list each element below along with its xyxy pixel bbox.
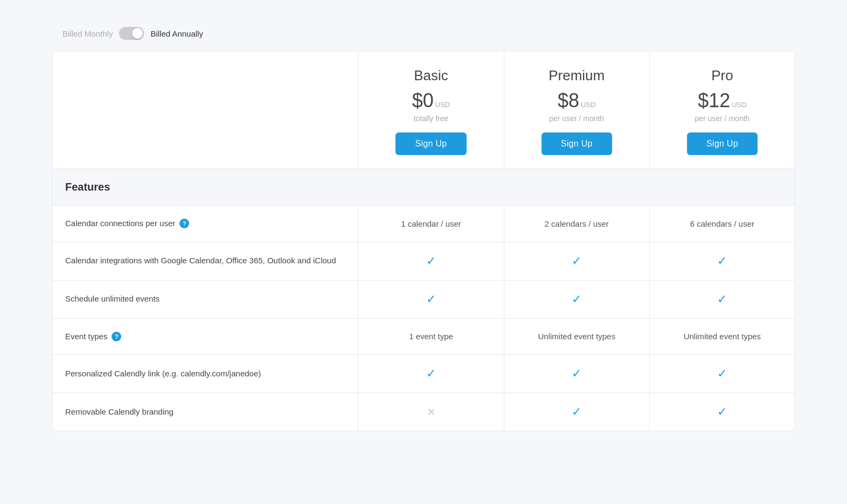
signup-button-pro[interactable]: Sign Up xyxy=(687,132,758,155)
feature-name-text: Calendar connections per user xyxy=(65,218,175,230)
billed-annually-label: Billed Annually xyxy=(150,29,203,38)
feature-row: Personalized Calendly link (e.g. calendl… xyxy=(52,354,795,393)
feature-row: Calendar connections per user?1 calendar… xyxy=(52,205,795,242)
feature-row: Event types?1 event typeUnlimited event … xyxy=(52,318,795,355)
signup-button-premium[interactable]: Sign Up xyxy=(541,132,612,155)
plan-price-row-pro: $12 USD xyxy=(661,89,784,112)
plan-currency-pro: USD xyxy=(732,101,746,109)
feature-value-basic: ✕ xyxy=(358,393,503,431)
plan-price-row-basic: $0 USD xyxy=(369,89,492,112)
checkmark-icon: ✓ xyxy=(572,405,581,419)
plan-name-basic: Basic xyxy=(369,67,492,84)
feature-value-pro: 6 calendars / user xyxy=(649,206,795,242)
feature-value-premium: 2 calendars / user xyxy=(504,206,649,242)
feature-value-text: 1 calendar / user xyxy=(401,219,461,228)
help-icon[interactable]: ? xyxy=(179,219,189,228)
feature-value-text: 2 calendars / user xyxy=(545,219,609,228)
signup-button-basic[interactable]: Sign Up xyxy=(395,132,466,155)
features-header: Features xyxy=(52,169,795,205)
feature-row: Calendar integrations with Google Calend… xyxy=(52,242,795,280)
plan-price-basic: $0 xyxy=(412,89,434,112)
feature-name-text: Calendar integrations with Google Calend… xyxy=(65,255,336,267)
feature-name-text: Schedule unlimited events xyxy=(65,293,159,305)
features-title: Features xyxy=(65,181,110,193)
checkmark-icon: ✓ xyxy=(426,254,436,268)
feature-value-text: 1 event type xyxy=(409,332,453,341)
feature-value-premium: ✓ xyxy=(504,393,649,431)
feature-name-cell: Personalized Calendly link (e.g. calendl… xyxy=(52,355,358,393)
plan-price-pro: $12 xyxy=(698,89,730,112)
plan-currency-premium: USD xyxy=(581,101,595,109)
feature-value-basic: 1 calendar / user xyxy=(358,206,503,242)
feature-value-basic: 1 event type xyxy=(358,319,503,355)
plan-desc-pro: per user / month xyxy=(661,114,784,123)
billed-monthly-label: Billed Monthly xyxy=(63,29,113,38)
feature-value-text: Unlimited event types xyxy=(684,332,761,341)
checkmark-icon: ✓ xyxy=(717,367,727,381)
plan-price-row-premium: $8 USD xyxy=(515,89,638,112)
checkmark-icon: ✓ xyxy=(426,367,436,381)
feature-name-cell: Schedule unlimited events xyxy=(52,281,358,318)
feature-row: Schedule unlimited events✓✓✓ xyxy=(52,280,795,318)
feature-value-pro: ✓ xyxy=(649,281,795,318)
checkmark-icon: ✓ xyxy=(572,292,581,306)
feature-name-text: Removable Calendly branding xyxy=(65,406,173,418)
feature-value-premium: ✓ xyxy=(504,355,649,393)
feature-name-text: Personalized Calendly link (e.g. calendl… xyxy=(65,368,261,380)
checkmark-icon: ✓ xyxy=(717,405,727,419)
plan-price-premium: $8 xyxy=(558,89,579,112)
plan-header-basic: Basic $0 USD totally free Sign Up xyxy=(358,51,503,169)
checkmark-icon: ✓ xyxy=(717,254,727,268)
plan-desc-basic: totally free xyxy=(369,114,492,123)
plan-header-premium: Premium $8 USD per user / month Sign Up xyxy=(504,51,649,169)
plans-header: Basic $0 USD totally free Sign Up Premiu… xyxy=(52,51,795,169)
plan-name-pro: Pro xyxy=(661,67,784,84)
feature-value-premium: Unlimited event types xyxy=(504,319,649,355)
feature-value-premium: ✓ xyxy=(504,281,649,318)
feature-value-basic: ✓ xyxy=(358,281,503,318)
features-section: Features xyxy=(52,169,795,205)
feature-value-basic: ✓ xyxy=(358,242,503,280)
cross-icon: ✕ xyxy=(427,405,436,418)
feature-value-pro: ✓ xyxy=(649,242,795,280)
plans-wrapper: Basic $0 USD totally free Sign Up Premiu… xyxy=(52,51,795,431)
feature-value-premium: ✓ xyxy=(504,242,649,280)
feature-value-pro: ✓ xyxy=(649,355,795,393)
help-icon[interactable]: ? xyxy=(112,332,121,341)
feature-value-basic: ✓ xyxy=(358,355,503,393)
checkmark-icon: ✓ xyxy=(426,292,436,306)
feature-name-cell: Calendar integrations with Google Calend… xyxy=(52,242,358,280)
plan-currency-basic: USD xyxy=(435,101,450,109)
feature-name-cell: Event types? xyxy=(52,319,358,355)
feature-value-text: Unlimited event types xyxy=(538,332,615,341)
checkmark-icon: ✓ xyxy=(572,367,581,381)
feature-value-pro: Unlimited event types xyxy=(649,319,795,355)
checkmark-icon: ✓ xyxy=(572,254,581,268)
plan-header-pro: Pro $12 USD per user / month Sign Up xyxy=(649,51,795,169)
billing-toggle[interactable] xyxy=(119,27,144,40)
feature-rows-container: Calendar connections per user?1 calendar… xyxy=(52,205,795,431)
plan-desc-premium: per user / month xyxy=(515,114,638,123)
checkmark-icon: ✓ xyxy=(717,292,727,306)
billing-toggle-row: Billed Monthly Billed Annually xyxy=(52,11,795,51)
pricing-container: Billed Monthly Billed Annually Basic $0 … xyxy=(41,0,806,442)
feature-value-text: 6 calendars / user xyxy=(690,219,754,228)
plan-name-premium: Premium xyxy=(515,67,638,84)
feature-name-cell: Removable Calendly branding xyxy=(52,393,358,431)
feature-name-cell: Calendar connections per user? xyxy=(52,206,358,242)
feature-row: Removable Calendly branding✕✓✓ xyxy=(52,393,795,431)
feature-name-text: Event types xyxy=(65,331,107,343)
feature-value-pro: ✓ xyxy=(649,393,795,431)
plan-header-empty xyxy=(52,51,358,169)
